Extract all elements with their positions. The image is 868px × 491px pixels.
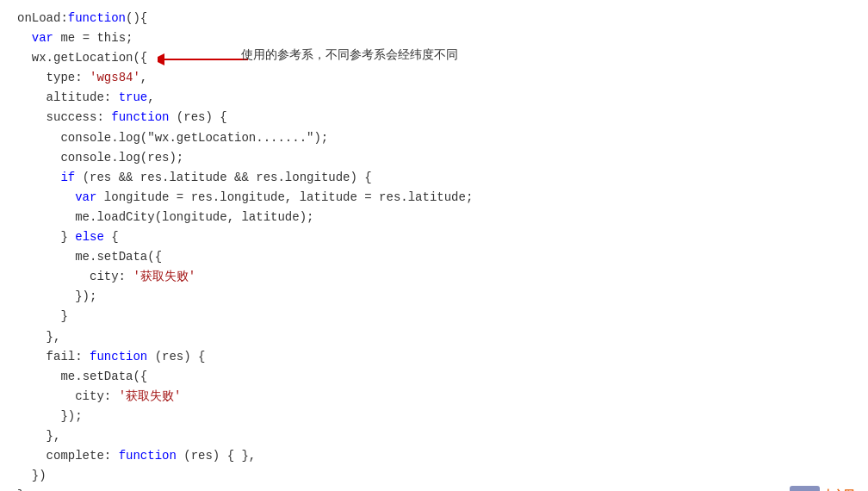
code-line: altitude: true, — [17, 88, 851, 108]
code-line: type: 'wgs84', — [17, 68, 851, 88]
code-line: }, — [17, 327, 851, 347]
code-container: onLoad:function(){ var me = this; wx.get… — [0, 0, 868, 491]
code-line: me.setData({ — [17, 247, 851, 267]
code-line: console.log("wx.getLocation......."); — [17, 128, 851, 148]
code-line: console.log(res); — [17, 148, 851, 168]
code-line: }) — [17, 466, 851, 486]
code-line: city: '获取失败' — [17, 387, 851, 407]
php-logo: php 中文网 — [790, 486, 854, 491]
code-line: fail: function (res) { — [17, 347, 851, 367]
code-line: }); — [17, 407, 851, 426]
code-line: } — [17, 307, 851, 326]
code-block: onLoad:function(){ var me = this; wx.get… — [17, 9, 851, 491]
code-line: me.loadCity(longitude, latitude); — [17, 208, 851, 227]
php-site: 中文网 — [823, 487, 854, 491]
code-line: }, — [17, 426, 851, 446]
code-line: city: '获取失败' — [17, 267, 851, 287]
code-line: }, — [17, 486, 851, 491]
code-line: me.setData({ — [17, 367, 851, 387]
code-line: if (res && res.latitude && res.longitude… — [17, 168, 851, 188]
php-badge: php — [790, 486, 820, 491]
code-line: success: function (res) { — [17, 108, 851, 127]
code-line: var longitude = res.longitude, latitude … — [17, 188, 851, 208]
annotation-arrow — [158, 50, 252, 69]
code-line: }); — [17, 287, 851, 307]
code-line: onLoad:function(){ — [17, 9, 851, 28]
code-line: } else { — [17, 227, 851, 247]
code-line: complete: function (res) { }, — [17, 446, 851, 466]
annotation-text: 使用的参考系，不同参考系会经纬度不同 — [241, 45, 458, 64]
